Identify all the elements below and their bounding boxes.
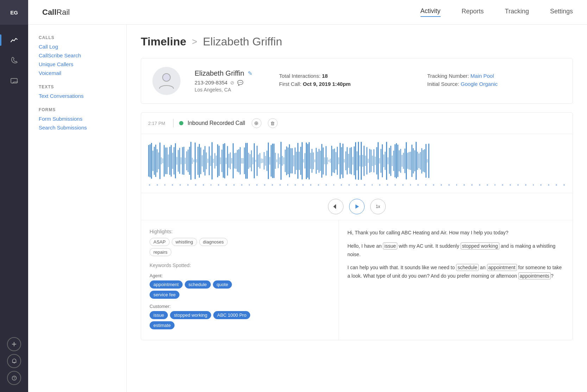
contact-phone: 213-209-8354 bbox=[195, 80, 227, 86]
sidebar-item-text-conversations[interactable]: Text Conversations bbox=[39, 93, 116, 99]
svg-point-6 bbox=[163, 74, 170, 81]
sidebar-item-call-log[interactable]: Call Log bbox=[39, 44, 116, 50]
waveform-container bbox=[141, 134, 573, 193]
svg-marker-7 bbox=[333, 204, 336, 209]
icon-rail-nav bbox=[6, 25, 23, 337]
sidebar-label-calls: CALLS bbox=[39, 35, 116, 40]
play-button[interactable] bbox=[349, 199, 365, 214]
customer-label: Customer: bbox=[150, 304, 330, 309]
breadcrumb-current: Elizabeth Griffin bbox=[203, 35, 282, 48]
playback-controls: 1x bbox=[141, 193, 573, 220]
tracking-number-row: Tracking Number: Main Pool bbox=[427, 73, 561, 79]
agent-label: Agent: bbox=[150, 273, 330, 278]
sidebar-item-search-submissions[interactable]: Search Submissions bbox=[39, 125, 116, 131]
highlight-tag-repairs: repairs bbox=[150, 248, 171, 256]
highlight-appointment: appointment bbox=[487, 264, 517, 271]
contact-avatar bbox=[152, 67, 181, 95]
icon-rail: EG bbox=[0, 0, 28, 392]
call-status-dot bbox=[179, 121, 183, 125]
highlight-stopped-working: stopped working bbox=[461, 242, 499, 249]
top-nav: CallRail Activity Reports Tracking Setti… bbox=[28, 0, 587, 25]
content-area: CALLS Call Log CallScribe Search Unique … bbox=[28, 25, 587, 392]
contact-info: Elizabeth Griffin ✎ 213-209-8354 ⊘ 💬 Los… bbox=[195, 69, 265, 93]
help-button[interactable]: ? bbox=[7, 371, 21, 385]
contact-card: Elizabeth Griffin ✎ 213-209-8354 ⊘ 💬 Los… bbox=[141, 58, 573, 104]
main-content: Timeline > Elizabeth Griffin Elizabeth G… bbox=[127, 25, 587, 392]
customer-tags-2: estimate bbox=[150, 321, 330, 329]
notification-button[interactable] bbox=[7, 354, 21, 368]
page-title-row: Timeline > Elizabeth Griffin bbox=[141, 35, 573, 48]
breadcrumb-chevron: > bbox=[192, 36, 197, 47]
agent-tags: appointment schedule quote bbox=[150, 280, 330, 289]
highlight-tag-diagnoses: diagnoses bbox=[199, 238, 228, 246]
highlights-label: Highlights: bbox=[150, 229, 330, 234]
block-icon[interactable]: ⊘ bbox=[230, 80, 234, 86]
logo-rail: Rail bbox=[56, 8, 70, 17]
contact-name: Elizabeth Griffin bbox=[195, 69, 244, 77]
top-nav-links: Activity Reports Tracking Settings bbox=[421, 7, 573, 17]
total-interactions-label: Total Interactions: bbox=[279, 73, 321, 79]
transcript-panel: Hi, Thank you for calling ABC Heating an… bbox=[339, 220, 573, 340]
agent-tag-quote: quote bbox=[213, 280, 232, 289]
customer-tags: issue stopped working ABC 1000 Pro bbox=[150, 311, 330, 319]
nav-reports[interactable]: Reports bbox=[462, 8, 484, 17]
agent-tag-schedule: schedule bbox=[185, 280, 211, 289]
waveform bbox=[148, 140, 566, 182]
total-interactions-value: 18 bbox=[322, 73, 328, 79]
total-interactions-row: Total Interactions: 18 bbox=[279, 73, 413, 79]
customer-tag-stopped: stopped working bbox=[170, 311, 211, 319]
highlight-schedule: schedule bbox=[456, 264, 479, 271]
sidebar-item-callscribe[interactable]: CallScribe Search bbox=[39, 52, 116, 58]
breadcrumb-parent[interactable]: Timeline bbox=[141, 35, 186, 48]
logo-call: Call bbox=[42, 8, 56, 17]
timeline-section: 2:17 PM Inbound Recorded Call ⊕ 🗑 bbox=[141, 112, 573, 340]
nav-icon-calls[interactable] bbox=[6, 52, 23, 69]
first-call-value: Oct 9, 2019 1:40pm bbox=[303, 81, 351, 87]
rewind-button[interactable] bbox=[328, 199, 343, 214]
icon-rail-bottom: ? bbox=[7, 337, 21, 392]
sidebar-item-voicemail[interactable]: Voicemail bbox=[39, 70, 116, 76]
contact-location: Los Angeles, CA bbox=[195, 87, 265, 93]
agent-tag-service-fee: service fee bbox=[150, 291, 179, 299]
sidebar: CALLS Call Log CallScribe Search Unique … bbox=[28, 25, 127, 392]
timeline-vertical-line bbox=[173, 119, 173, 127]
highlights-tags: ASAP whistling diagnoses bbox=[150, 238, 330, 246]
contact-tracking: Tracking Number: Main Pool Initial Sourc… bbox=[427, 73, 561, 89]
add-button[interactable] bbox=[7, 337, 21, 351]
contact-phone-row: 213-209-8354 ⊘ 💬 bbox=[195, 80, 265, 86]
tracking-number-label: Tracking Number: bbox=[427, 73, 469, 79]
call-transcribe-icon[interactable]: ⊕ bbox=[252, 118, 261, 128]
waveform-dot-row bbox=[148, 184, 566, 186]
initial-source-link[interactable]: Google Organic bbox=[461, 81, 498, 87]
customer-tag-abc: ABC 1000 Pro bbox=[213, 311, 250, 319]
call-time: 2:17 PM bbox=[148, 121, 168, 126]
edit-icon[interactable]: ✎ bbox=[248, 70, 252, 77]
agent-tag-appointment: appointment bbox=[150, 280, 183, 289]
nav-tracking[interactable]: Tracking bbox=[505, 8, 529, 17]
transcript-line-1: Hi, Thank you for calling ABC Heating an… bbox=[347, 229, 564, 237]
svg-marker-9 bbox=[355, 204, 359, 209]
sidebar-item-form-submissions[interactable]: Form Submissions bbox=[39, 116, 116, 122]
first-call-row: First Call: Oct 9, 2019 1:40pm bbox=[279, 81, 413, 87]
initial-source-label: Initial Source: bbox=[427, 81, 459, 87]
nav-settings[interactable]: Settings bbox=[550, 8, 573, 17]
tracking-number-link[interactable]: Main Pool bbox=[471, 73, 494, 79]
call-delete-icon[interactable]: 🗑 bbox=[268, 118, 278, 128]
nav-icon-messages[interactable] bbox=[6, 72, 23, 89]
nav-activity[interactable]: Activity bbox=[421, 7, 441, 17]
agent-tags-2: service fee bbox=[150, 291, 330, 299]
highlight-tag-whistling: whistling bbox=[172, 238, 197, 246]
initial-source-row: Initial Source: Google Organic bbox=[427, 81, 561, 87]
message-icon[interactable]: 💬 bbox=[237, 80, 243, 86]
svg-rect-0 bbox=[11, 78, 17, 83]
contact-name-row: Elizabeth Griffin ✎ bbox=[195, 69, 265, 77]
highlights-tags-2: repairs bbox=[150, 248, 330, 256]
sidebar-label-texts: TEXTS bbox=[39, 84, 116, 89]
sidebar-item-unique-callers[interactable]: Unique Callers bbox=[39, 61, 116, 67]
transcript-line-3: I can help you with that. It sounds like… bbox=[347, 264, 564, 280]
highlight-appointments: appointments bbox=[518, 272, 551, 279]
sidebar-label-forms: FORMS bbox=[39, 107, 116, 112]
nav-icon-activity[interactable] bbox=[6, 32, 23, 49]
speed-button[interactable]: 1x bbox=[370, 199, 386, 214]
first-call-label: First Call: bbox=[279, 81, 301, 87]
